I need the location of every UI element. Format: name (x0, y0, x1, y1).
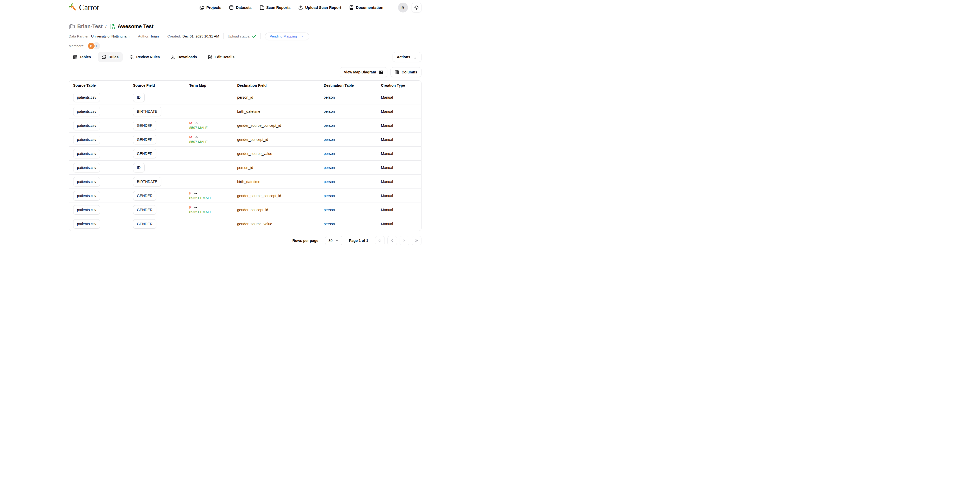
source-table-chip[interactable]: patients.csv (73, 149, 100, 158)
meta-upload-status: Upload status: (228, 34, 256, 38)
breadcrumb: Brian-Test / Awesome Test (69, 22, 422, 31)
tab-rules[interactable]: Rules (98, 52, 123, 62)
source-field-chip[interactable]: GENDER (133, 135, 157, 144)
table-row[interactable]: patients.csv BIRTHDATE birth_datetime pe… (69, 104, 421, 118)
mapping-status-label: Pending Mapping (270, 34, 297, 38)
first-page-button[interactable] (375, 236, 385, 245)
mapping-status-dropdown[interactable]: Pending Mapping (265, 33, 309, 40)
member-avatar[interactable]: B (88, 42, 95, 50)
search-check-icon (129, 55, 134, 59)
table-row[interactable]: patients.csv ID person_id person Manual (69, 160, 421, 174)
source-table-chip[interactable]: patients.csv (73, 135, 100, 144)
tab-label: Downloads (177, 55, 197, 59)
table-row[interactable]: patients.csv GENDER M 8507 MALE gender_s… (69, 118, 421, 132)
user-avatar[interactable]: B (398, 3, 408, 13)
source-field-label: GENDER (137, 194, 153, 198)
nav-label: Projects (206, 5, 221, 10)
nav-item-projects[interactable]: Projects (200, 5, 221, 10)
destination-field: gender_concept_id (233, 206, 320, 214)
rows-per-page-label: Rows per page (292, 238, 318, 243)
members-avatar-stack: B 1 (88, 42, 100, 50)
columns-button[interactable]: Columns (390, 67, 422, 77)
previous-page-button[interactable] (387, 236, 397, 245)
source-field-chip[interactable]: BIRTHDATE (133, 177, 161, 186)
column-header-source-table: Source Table (69, 83, 129, 87)
destination-table: person (320, 107, 377, 116)
tab-edit-details[interactable]: Edit Details (204, 52, 239, 62)
destination-table: person (320, 163, 377, 172)
source-field-chip[interactable]: GENDER (133, 149, 157, 158)
meta-data-partner: Data Partner: University of Nottingham (69, 34, 129, 38)
table-row[interactable]: patients.csv ID person_id person Manual (69, 90, 421, 104)
arrow-right-icon (195, 135, 198, 139)
nav-item-upload-scan-report[interactable]: Upload Scan Report (298, 5, 341, 10)
tab-downloads[interactable]: Downloads (167, 52, 201, 62)
source-field-label: BIRTHDATE (137, 109, 158, 114)
theme-toggle-button[interactable] (412, 3, 422, 13)
sun-icon (414, 5, 419, 10)
actions-button[interactable]: Actions (393, 52, 421, 62)
meta-created: Created: Dec 01, 2025 10:31 AM (167, 34, 219, 38)
source-field-chip[interactable]: ID (133, 163, 145, 172)
source-field-chip[interactable]: BIRTHDATE (133, 107, 161, 116)
source-table-chip[interactable]: patients.csv (73, 191, 100, 200)
tab-tables[interactable]: Tables (69, 52, 95, 62)
creation-type: Manual (377, 163, 421, 172)
folders-icon (200, 5, 204, 10)
nav-item-datasets[interactable]: Datasets (229, 5, 251, 10)
tab-label: Tables (80, 55, 91, 59)
source-field-chip[interactable]: GENDER (133, 205, 157, 214)
tab-review-rules[interactable]: Review Rules (125, 52, 164, 62)
source-table-label: patients.csv (77, 152, 96, 156)
rows-per-page-select[interactable]: 30 (325, 236, 342, 245)
table-row[interactable]: patients.csv BIRTHDATE birth_datetime pe… (69, 174, 421, 189)
source-table-chip[interactable]: patients.csv (73, 121, 100, 130)
scan-report-icon (109, 24, 115, 29)
source-table-label: patients.csv (77, 180, 96, 184)
source-table-chip[interactable]: patients.csv (73, 163, 100, 172)
file-scan-icon (259, 5, 264, 10)
destination-table: person (320, 135, 377, 144)
source-table-chip[interactable]: patients.csv (73, 205, 100, 214)
source-table-label: patients.csv (77, 138, 96, 142)
actions-label: Actions (397, 55, 410, 59)
term-target-value: 8532 FEMALE (189, 196, 231, 200)
grip-vertical-icon (414, 55, 417, 59)
meta-label: Created: (167, 34, 181, 38)
creation-type: Manual (377, 220, 421, 228)
source-table-chip[interactable]: patients.csv (73, 93, 100, 102)
chevrons-right-icon (414, 238, 418, 243)
source-field-label: GENDER (137, 208, 153, 212)
destination-field: gender_concept_id (233, 135, 320, 144)
nav-item-scan-reports[interactable]: Scan Reports (259, 5, 290, 10)
source-table-chip[interactable]: patients.csv (73, 219, 100, 228)
term-map: M 8507 MALE (189, 121, 231, 130)
source-field-chip[interactable]: GENDER (133, 191, 157, 200)
source-field-chip[interactable]: GENDER (133, 121, 157, 130)
table-row[interactable]: patients.csv GENDER F 8532 FEMALE gender… (69, 203, 421, 217)
next-page-button[interactable] (399, 236, 409, 245)
breadcrumb-parent-label: Brian-Test (77, 24, 103, 29)
source-table-chip[interactable]: patients.csv (73, 107, 100, 116)
table-row[interactable]: patients.csv GENDER gender_source_value … (69, 146, 421, 160)
destination-field: gender_source_concept_id (233, 192, 320, 200)
nav-item-documentation[interactable]: Documentation (349, 5, 383, 10)
view-map-diagram-button[interactable]: View Map Diagram (340, 67, 387, 77)
breadcrumb-parent[interactable]: Brian-Test (69, 24, 103, 30)
source-table-label: patients.csv (77, 194, 96, 198)
source-table-chip[interactable]: patients.csv (73, 177, 100, 186)
table-row[interactable]: patients.csv GENDER gender_source_value … (69, 217, 421, 231)
source-field-label: GENDER (137, 124, 153, 128)
destination-table: person (320, 206, 377, 214)
brand-logo[interactable]: Carrot (69, 3, 99, 12)
upload-icon (298, 5, 303, 10)
term-target-value: 8507 MALE (189, 126, 231, 130)
last-page-button[interactable] (412, 236, 422, 245)
table-row[interactable]: patients.csv GENDER F 8532 FEMALE gender… (69, 189, 421, 203)
source-table-label: patients.csv (77, 166, 96, 170)
source-field-chip[interactable]: ID (133, 93, 145, 102)
source-field-chip[interactable]: GENDER (133, 219, 157, 228)
table-row[interactable]: patients.csv GENDER M 8507 MALE gender_c… (69, 132, 421, 146)
term-map: F 8532 FEMALE (189, 205, 231, 214)
creation-type: Manual (377, 178, 421, 186)
